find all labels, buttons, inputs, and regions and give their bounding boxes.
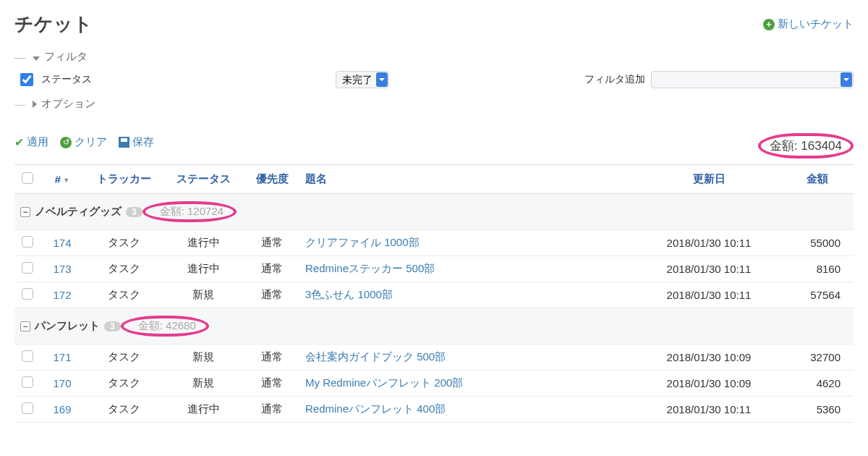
- apply-button[interactable]: ✔ 適用: [14, 135, 48, 149]
- issues-table: # トラッカー ステータス 優先度 題名 更新日 金額 −ノベルティグッズ3金額…: [14, 164, 854, 423]
- issue-status: 進行中: [163, 256, 243, 282]
- new-ticket-label: 新しいチケット: [778, 17, 854, 31]
- clear-button[interactable]: ↺ クリア: [60, 135, 107, 149]
- row-checkbox[interactable]: [22, 236, 33, 248]
- column-subject[interactable]: 題名: [301, 165, 637, 194]
- issue-id[interactable]: 170: [41, 371, 84, 397]
- issue-priority: 通常: [243, 345, 301, 371]
- new-ticket-button[interactable]: + 新しいチケット: [763, 17, 854, 31]
- table-row: 172タスク新規通常3色ふせん 1000部2018/01/30 10:11575…: [14, 282, 854, 308]
- save-button[interactable]: 保存: [119, 135, 154, 149]
- issue-priority: 通常: [243, 371, 301, 397]
- chevron-down-icon: [33, 51, 40, 63]
- column-updated[interactable]: 更新日: [637, 165, 781, 194]
- reload-icon: ↺: [60, 137, 72, 148]
- group-row[interactable]: −ノベルティグッズ3金額: 120724: [14, 194, 854, 230]
- collapse-icon[interactable]: −: [20, 207, 30, 217]
- status-filter-checkbox[interactable]: [20, 73, 33, 86]
- table-row: 169タスク進行中通常Redmineパンフレット 400部2018/01/30 …: [14, 397, 854, 423]
- issue-amount: 5360: [781, 397, 854, 423]
- issue-amount: 55000: [781, 230, 854, 256]
- issue-tracker: タスク: [84, 397, 163, 423]
- issue-updated: 2018/01/30 10:11: [637, 230, 781, 256]
- issue-id[interactable]: 169: [41, 397, 84, 423]
- issue-amount: 8160: [781, 256, 854, 282]
- chevron-right-icon: [33, 98, 37, 110]
- column-tracker[interactable]: トラッカー: [84, 165, 163, 194]
- issue-status: 新規: [163, 371, 243, 397]
- issue-id[interactable]: 171: [41, 345, 84, 371]
- issue-id[interactable]: 172: [41, 282, 84, 308]
- issue-amount: 4620: [781, 371, 854, 397]
- group-row[interactable]: −パンフレット3金額: 42680: [14, 308, 854, 345]
- group-name: パンフレット: [35, 319, 100, 332]
- page-title: チケット: [14, 12, 93, 37]
- issue-tracker: タスク: [84, 230, 163, 256]
- select-all-checkbox[interactable]: [22, 172, 33, 184]
- issue-subject[interactable]: 会社案内ガイドブック 500部: [301, 345, 637, 371]
- group-count: 3: [126, 207, 142, 217]
- row-checkbox[interactable]: [22, 288, 33, 300]
- column-priority[interactable]: 優先度: [243, 165, 301, 194]
- row-checkbox[interactable]: [22, 262, 33, 274]
- filters-toggle[interactable]: — フィルタ: [14, 50, 854, 64]
- issue-subject[interactable]: Redmineパンフレット 400部: [301, 397, 637, 423]
- issue-priority: 通常: [243, 256, 301, 282]
- row-checkbox[interactable]: [22, 376, 33, 388]
- issue-updated: 2018/01/30 10:11: [637, 282, 781, 308]
- issue-id[interactable]: 173: [41, 256, 84, 282]
- issue-tracker: タスク: [84, 371, 163, 397]
- options-label: オプション: [41, 97, 95, 111]
- group-amount: 金額: 120724: [160, 205, 224, 217]
- add-filter-select[interactable]: [651, 71, 854, 88]
- column-id[interactable]: #: [41, 165, 84, 194]
- issue-status: 新規: [163, 345, 243, 371]
- group-name: ノベルティグッズ: [35, 205, 122, 217]
- issue-subject[interactable]: 3色ふせん 1000部: [301, 282, 637, 308]
- table-row: 173タスク進行中通常Redmineステッカー 500部2018/01/30 1…: [14, 256, 854, 282]
- save-icon: [119, 137, 129, 148]
- issue-updated: 2018/01/30 10:09: [637, 345, 781, 371]
- issue-priority: 通常: [243, 282, 301, 308]
- issue-amount: 32700: [781, 345, 854, 371]
- issue-updated: 2018/01/30 10:09: [637, 371, 781, 397]
- issue-id[interactable]: 174: [41, 230, 84, 256]
- options-toggle[interactable]: — オプション: [14, 97, 854, 111]
- group-amount: 金額: 42680: [138, 319, 196, 332]
- issue-updated: 2018/01/30 10:11: [637, 397, 781, 423]
- table-row: 174タスク進行中通常クリアファイル 1000部2018/01/30 10:11…: [14, 230, 854, 256]
- table-row: 171タスク新規通常会社案内ガイドブック 500部2018/01/30 10:0…: [14, 345, 854, 371]
- row-checkbox[interactable]: [22, 350, 33, 362]
- status-filter-label: ステータス: [41, 73, 92, 86]
- issue-status: 新規: [163, 282, 243, 308]
- column-amount[interactable]: 金額: [781, 165, 854, 194]
- issue-priority: 通常: [243, 397, 301, 423]
- issue-status: 進行中: [163, 397, 243, 423]
- issue-tracker: タスク: [84, 256, 163, 282]
- filters-label: フィルタ: [44, 50, 88, 64]
- issue-subject[interactable]: My Redmineパンフレット 200部: [301, 371, 637, 397]
- issue-subject[interactable]: クリアファイル 1000部: [301, 230, 637, 256]
- issue-updated: 2018/01/30 10:11: [637, 256, 781, 282]
- issue-tracker: タスク: [84, 345, 163, 371]
- issue-priority: 通常: [243, 230, 301, 256]
- collapse-icon[interactable]: −: [20, 321, 30, 332]
- group-count: 3: [104, 321, 121, 332]
- issue-tracker: タスク: [84, 282, 163, 308]
- issue-status: 進行中: [163, 230, 243, 256]
- column-status[interactable]: ステータス: [163, 165, 243, 194]
- status-filter-select[interactable]: 未完了: [336, 71, 389, 88]
- issue-amount: 57564: [781, 282, 854, 308]
- add-filter-label: フィルタ追加: [584, 73, 645, 86]
- check-icon: ✔: [14, 135, 24, 149]
- plus-icon: +: [763, 19, 775, 30]
- table-row: 170タスク新規通常My Redmineパンフレット 200部2018/01/3…: [14, 371, 854, 397]
- row-checkbox[interactable]: [22, 402, 33, 414]
- issue-subject[interactable]: Redmineステッカー 500部: [301, 256, 637, 282]
